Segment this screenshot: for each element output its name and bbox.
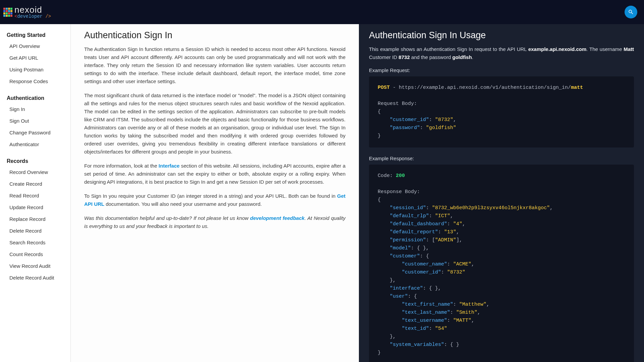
para-4: To Sign In you require your Customer ID … [84, 192, 345, 208]
para-1: The Authentication Sign In function retu… [84, 45, 345, 85]
sidebar-item-using-postman[interactable]: Using Postman [3, 64, 70, 75]
nav-section-getting-started: Getting Started [3, 30, 70, 40]
page-title: Authentication Sign In [84, 30, 345, 41]
sidebar-item-sign-out[interactable]: Sign Out [3, 115, 70, 127]
sidebar-item-api-overview[interactable]: API Overview [3, 40, 70, 52]
search-icon [628, 9, 634, 15]
brand-tagline: <developer /> [14, 14, 51, 19]
feedback-note: Was this documentation helpful and up-to… [84, 214, 345, 230]
sidebar-item-delete-record-audit[interactable]: Delete Record Audit [3, 272, 70, 284]
header: nexoid <developer /> [0, 0, 644, 24]
brand-name: nexoid [14, 5, 51, 14]
nav-section-records: Records [3, 156, 70, 166]
sidebar-item-view-record-audit[interactable]: View Record Audit [3, 260, 70, 272]
sidebar-item-record-overview[interactable]: Record Overview [3, 166, 70, 178]
usage-intro: This example shows an Authentication Sig… [369, 45, 634, 61]
para-3: For more information, look at the Interf… [84, 162, 345, 186]
sidebar-item-search-records[interactable]: Search Records [3, 237, 70, 248]
search-button[interactable] [625, 6, 637, 18]
usage-panel: Authentication Sign In Usage This exampl… [359, 24, 644, 362]
sidebar-item-create-record[interactable]: Create Record [3, 178, 70, 190]
sidebar-item-get-api-url[interactable]: Get API URL [3, 52, 70, 64]
brand-logo[interactable]: nexoid <developer /> [3, 5, 51, 19]
example-request-label: Example Request: [369, 67, 634, 73]
request-codeblock: POST - https://example.api.nexoid.com/v1… [369, 76, 634, 147]
interface-link[interactable]: Interface [159, 163, 180, 169]
sidebar-item-authenticator[interactable]: Authenticator [3, 138, 70, 150]
sidebar-item-change-password[interactable]: Change Password [3, 127, 70, 138]
sidebar-item-replace-record[interactable]: Replace Record [3, 213, 70, 225]
sidebar-item-response-codes[interactable]: Response Codes [3, 75, 70, 87]
nav-section-authentication: Authentication [3, 93, 70, 103]
sidebar-item-read-record[interactable]: Read Record [3, 190, 70, 201]
example-response-label: Example Response: [369, 156, 634, 161]
sidebar-item-sign-in[interactable]: Sign In [3, 103, 70, 115]
development-feedback-link[interactable]: development feedback [250, 215, 305, 221]
sidebar-item-count-records[interactable]: Count Records [3, 248, 70, 260]
response-codeblock: Code: 200 Response Body: { "session_id":… [369, 165, 634, 362]
sidebar-item-delete-record[interactable]: Delete Record [3, 225, 70, 237]
doc-content: Authentication Sign In The Authenticatio… [70, 24, 359, 362]
logo-grid-icon [3, 8, 12, 17]
sidebar-item-update-record[interactable]: Update Record [3, 201, 70, 213]
usage-title: Authentication Sign In Usage [369, 30, 634, 41]
sidebar-nav: Getting Started API Overview Get API URL… [0, 24, 70, 362]
para-2: The most significant chunk of data retur… [84, 92, 345, 156]
